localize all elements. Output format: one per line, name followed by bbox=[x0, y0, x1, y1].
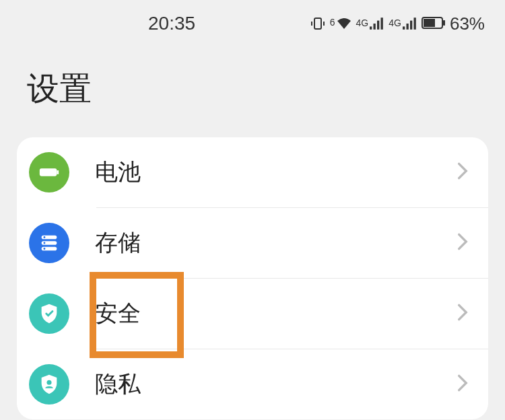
svg-rect-13 bbox=[443, 20, 445, 26]
item-label: 安全 bbox=[95, 298, 457, 329]
vibrate-icon bbox=[310, 15, 326, 32]
svg-point-22 bbox=[46, 380, 51, 385]
settings-list: 电池 存储 bbox=[17, 137, 488, 419]
svg-rect-4 bbox=[374, 24, 376, 30]
signal-1: 4G bbox=[356, 18, 385, 30]
item-label: 隐私 bbox=[95, 369, 457, 400]
battery-percent: 63% bbox=[450, 13, 485, 34]
settings-item-battery[interactable]: 电池 bbox=[17, 137, 488, 207]
status-right: 6 4G 4G bbox=[310, 13, 485, 34]
wifi-icon: 6 bbox=[330, 17, 352, 30]
svg-rect-0 bbox=[314, 18, 321, 29]
chevron-right-icon bbox=[457, 162, 468, 183]
svg-rect-3 bbox=[370, 26, 372, 29]
item-label: 存储 bbox=[95, 228, 457, 258]
storage-icon bbox=[29, 223, 69, 263]
svg-rect-12 bbox=[424, 19, 435, 27]
chevron-right-icon bbox=[457, 374, 468, 395]
svg-point-20 bbox=[44, 242, 46, 244]
svg-point-21 bbox=[44, 248, 46, 250]
page-title: 设置 bbox=[0, 47, 505, 137]
shield-icon bbox=[29, 293, 69, 334]
svg-rect-9 bbox=[410, 21, 412, 30]
svg-rect-5 bbox=[377, 21, 379, 30]
chevron-right-icon bbox=[457, 232, 468, 254]
svg-rect-14 bbox=[40, 168, 57, 176]
status-bar: 20:35 6 4G 4G bbox=[0, 0, 505, 47]
battery-icon bbox=[29, 152, 69, 193]
privacy-icon bbox=[29, 364, 69, 405]
svg-rect-10 bbox=[413, 18, 415, 30]
svg-rect-6 bbox=[381, 18, 383, 30]
svg-rect-8 bbox=[406, 24, 408, 30]
status-time: 20:35 bbox=[148, 13, 195, 34]
settings-item-security[interactable]: 安全 bbox=[17, 279, 488, 349]
item-label: 电池 bbox=[95, 157, 457, 188]
battery-icon bbox=[422, 13, 446, 34]
svg-rect-7 bbox=[403, 26, 405, 29]
settings-item-storage[interactable]: 存储 bbox=[17, 208, 488, 278]
signal-2: 4G bbox=[389, 18, 417, 30]
svg-rect-15 bbox=[57, 170, 59, 174]
svg-point-19 bbox=[44, 236, 46, 238]
chevron-right-icon bbox=[457, 303, 468, 324]
settings-item-privacy[interactable]: 隐私 bbox=[17, 349, 488, 419]
